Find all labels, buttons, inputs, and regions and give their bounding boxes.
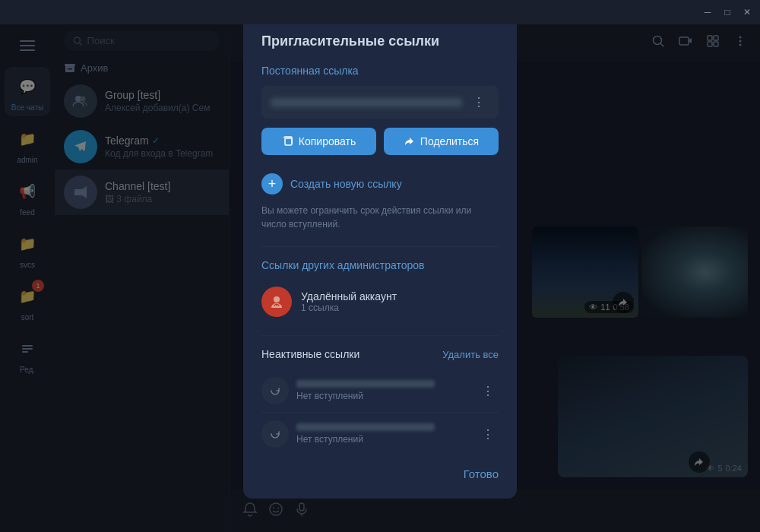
modal-divider-1 bbox=[261, 246, 499, 247]
share-icon bbox=[404, 135, 416, 147]
link-options-button[interactable]: ⋮ bbox=[468, 93, 489, 111]
create-new-link-row[interactable]: + Создать новую ссылку bbox=[261, 170, 499, 198]
inactive-link-url-1 bbox=[296, 380, 435, 388]
svg-point-25 bbox=[274, 296, 280, 302]
admin-links-section: Ссылки других администраторов Удалённый … bbox=[261, 259, 499, 323]
inactive-link-info-2: Нет вступлений bbox=[296, 423, 470, 445]
blurred-link-url bbox=[271, 98, 462, 107]
inactive-link-item-2: Нет вступлений ⋮ bbox=[261, 413, 499, 455]
inactive-link-url-2 bbox=[296, 423, 435, 431]
svg-rect-24 bbox=[285, 138, 292, 145]
inactive-links-title: Неактивные ссылки bbox=[261, 348, 359, 360]
create-link-description: Вы можете ограничить срок действия ссылк… bbox=[261, 204, 499, 231]
inactive-link-item-1: Нет вступлений ⋮ bbox=[261, 369, 499, 413]
close-button[interactable]: ✕ bbox=[740, 5, 754, 19]
maximize-button[interactable]: □ bbox=[720, 5, 734, 19]
create-link-icon: + bbox=[261, 173, 283, 195]
admin-avatar bbox=[261, 287, 292, 317]
title-bar: ─ □ ✕ bbox=[0, 0, 760, 24]
copy-icon bbox=[282, 135, 294, 147]
inactive-link-options-2[interactable]: ⋮ bbox=[477, 426, 499, 443]
admin-info: Удалённый аккаунт 1 ссылка bbox=[301, 290, 397, 313]
admin-links-title: Ссылки других администраторов bbox=[261, 259, 499, 271]
done-button[interactable]: Готово bbox=[464, 467, 499, 480]
invite-links-modal: Пригласительные ссылки Постоянная ссылка… bbox=[243, 15, 517, 499]
delete-all-button[interactable]: Удалить все bbox=[442, 349, 499, 360]
title-bar-controls: ─ □ ✕ bbox=[701, 5, 754, 19]
modal-footer: Готово bbox=[261, 467, 499, 480]
create-link-label: Создать новую ссылку bbox=[290, 178, 402, 190]
permanent-link-section-title: Постоянная ссылка bbox=[261, 65, 499, 77]
minimize-button[interactable]: ─ bbox=[701, 5, 714, 19]
app-container: ─ □ ✕ 💬 Все чаты 📁 admin bbox=[0, 0, 760, 532]
copy-share-buttons: Копировать Поделиться bbox=[261, 128, 499, 155]
refresh-icon-2 bbox=[261, 420, 289, 448]
inactive-link-options-1[interactable]: ⋮ bbox=[477, 382, 499, 400]
modal-title: Пригласительные ссылки bbox=[261, 33, 499, 49]
admin-link-item[interactable]: Удалённый аккаунт 1 ссылка bbox=[261, 280, 499, 323]
share-link-button[interactable]: Поделиться bbox=[384, 128, 499, 155]
copy-link-button[interactable]: Копировать bbox=[261, 128, 376, 155]
inactive-link-info-1: Нет вступлений bbox=[296, 380, 470, 401]
refresh-icon-1 bbox=[261, 377, 289, 404]
inactive-links-header: Неактивные ссылки Удалить все bbox=[261, 348, 499, 360]
modal-divider-2 bbox=[261, 335, 499, 336]
permanent-link-row: ⋮ bbox=[261, 86, 499, 119]
